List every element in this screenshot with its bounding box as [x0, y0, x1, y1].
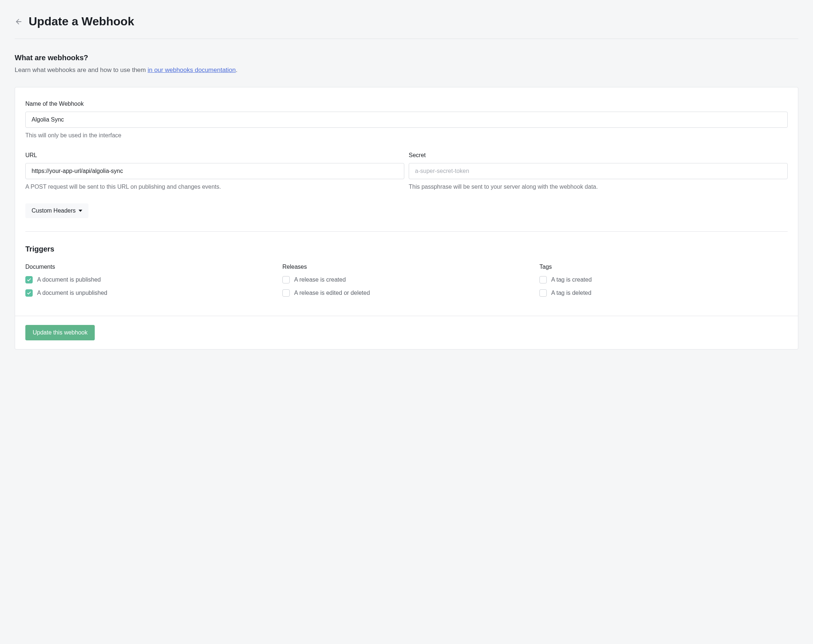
- url-label: URL: [25, 152, 404, 159]
- name-group: Name of the Webhook This will only be us…: [25, 101, 788, 139]
- trigger-release-edited-deleted-row: A release is edited or deleted: [282, 289, 531, 297]
- trigger-document-unpublished-label: A document is unpublished: [37, 290, 107, 296]
- triggers-heading: Triggers: [25, 245, 788, 253]
- trigger-tag-deleted-label: A tag is deleted: [551, 290, 591, 296]
- form-card: Name of the Webhook This will only be us…: [15, 87, 798, 350]
- trigger-release-created-label: A release is created: [294, 276, 346, 283]
- trigger-release-created-row: A release is created: [282, 276, 531, 284]
- intro-text-suffix: .: [236, 66, 238, 74]
- trigger-release-edited-deleted-label: A release is edited or deleted: [294, 290, 370, 296]
- intro-text: Learn what webhooks are and how to use t…: [15, 66, 798, 74]
- back-arrow-icon[interactable]: [15, 18, 23, 26]
- trigger-document-published-checkbox[interactable]: [25, 276, 33, 284]
- form-body: Name of the Webhook This will only be us…: [15, 87, 798, 302]
- triggers-releases-col: Releases A release is created A release …: [282, 264, 531, 302]
- trigger-release-created-checkbox[interactable]: [282, 276, 290, 284]
- name-input[interactable]: [25, 112, 788, 128]
- secret-label: Secret: [409, 152, 788, 159]
- trigger-tag-created-row: A tag is created: [540, 276, 788, 284]
- intro-heading: What are webhooks?: [15, 54, 798, 62]
- page-title: Update a Webhook: [29, 15, 134, 28]
- triggers-releases-label: Releases: [282, 264, 531, 270]
- triggers-documents-label: Documents: [25, 264, 273, 270]
- triggers-documents-col: Documents A document is published A docu…: [25, 264, 273, 302]
- name-helper: This will only be used in the interface: [25, 132, 788, 139]
- form-footer: Update this webhook: [15, 316, 798, 349]
- page-header: Update a Webhook: [15, 15, 798, 39]
- secret-helper: This passphrase will be sent to your ser…: [409, 184, 788, 190]
- triggers-tags-col: Tags A tag is created A tag is deleted: [540, 264, 788, 302]
- trigger-tag-created-checkbox[interactable]: [540, 276, 547, 284]
- trigger-tag-deleted-checkbox[interactable]: [540, 289, 547, 297]
- trigger-tag-created-label: A tag is created: [551, 276, 592, 283]
- url-secret-row: URL A POST request will be sent to this …: [25, 152, 788, 203]
- triggers-tags-label: Tags: [540, 264, 788, 270]
- update-webhook-button[interactable]: Update this webhook: [25, 325, 95, 340]
- docs-link[interactable]: in our webhooks documentation: [147, 66, 236, 74]
- triggers-grid: Documents A document is published A docu…: [25, 264, 788, 302]
- secret-input[interactable]: [409, 163, 788, 179]
- trigger-document-unpublished-row: A document is unpublished: [25, 289, 273, 297]
- custom-headers-button[interactable]: Custom Headers: [25, 203, 89, 218]
- trigger-tag-deleted-row: A tag is deleted: [540, 289, 788, 297]
- trigger-release-edited-deleted-checkbox[interactable]: [282, 289, 290, 297]
- intro-section: What are webhooks? Learn what webhooks a…: [15, 54, 798, 74]
- divider: [25, 231, 788, 232]
- trigger-document-published-label: A document is published: [37, 276, 101, 283]
- custom-headers-label: Custom Headers: [32, 207, 76, 214]
- url-group: URL A POST request will be sent to this …: [25, 152, 404, 190]
- secret-group: Secret This passphrase will be sent to y…: [409, 152, 788, 190]
- name-label: Name of the Webhook: [25, 101, 788, 107]
- trigger-document-published-row: A document is published: [25, 276, 273, 284]
- trigger-document-unpublished-checkbox[interactable]: [25, 289, 33, 297]
- caret-down-icon: [78, 210, 82, 212]
- url-input[interactable]: [25, 163, 404, 179]
- intro-text-prefix: Learn what webhooks are and how to use t…: [15, 66, 147, 74]
- url-helper: A POST request will be sent to this URL …: [25, 184, 404, 190]
